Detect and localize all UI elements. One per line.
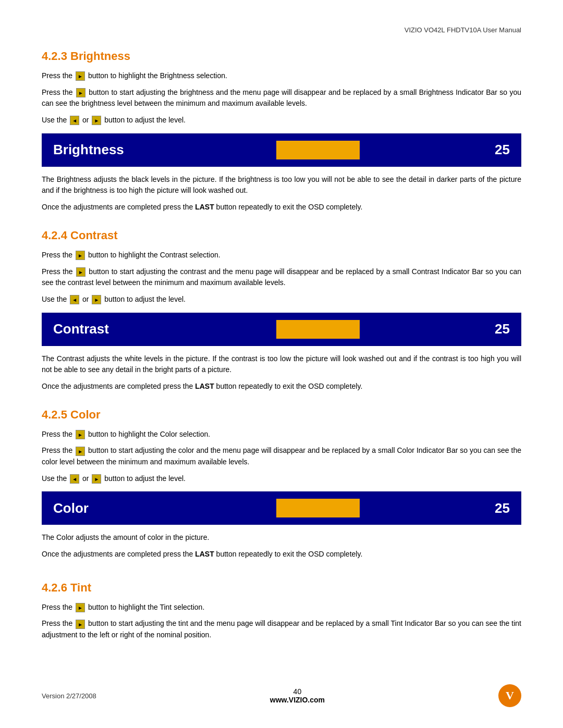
button-icon-8: ► — [92, 295, 101, 304]
brightness-indicator-value: 25 — [479, 142, 510, 158]
contrast-slider-area — [157, 320, 479, 339]
button-icon-4: ► — [92, 116, 101, 125]
page: VIZIO VO42L FHDTV10A User Manual 4.2.3 B… — [0, 0, 563, 728]
section-color: 4.2.5 Color Press the ► button to highli… — [42, 408, 521, 560]
button-icon-11: ◄ — [70, 474, 79, 484]
color-indicator-label: Color — [53, 500, 157, 516]
contrast-after-2: Once the adjustments are completed press… — [42, 381, 521, 392]
brightness-indicator-label: Brightness — [53, 142, 157, 158]
button-icon-2: ► — [76, 88, 85, 97]
contrast-indicator-label: Contrast — [53, 321, 157, 337]
footer-website: www.VIZIO.com — [270, 696, 325, 704]
tint-para-2: Press the ► button to start adjusting th… — [42, 618, 521, 640]
color-indicator-value: 25 — [479, 500, 510, 516]
section-tint: 4.2.6 Tint Press the ► button to highlig… — [42, 581, 521, 641]
footer-page-number: 40 — [293, 687, 302, 696]
color-indicator-bar: Color 25 — [42, 491, 521, 525]
button-icon-9: ► — [76, 430, 85, 439]
brightness-para-1: Press the ► button to highlight the Brig… — [42, 70, 521, 82]
color-para-3: Use the ◄ or ► button to adjust the leve… — [42, 473, 521, 485]
contrast-para-3: Use the ◄ or ► button to adjust the leve… — [42, 294, 521, 305]
brightness-after-1: The Brightness adjusts the black levels … — [42, 174, 521, 196]
brightness-para-2: Press the ► button to start adjusting th… — [42, 87, 521, 109]
header-title: VIZIO VO42L FHDTV10A User Manual — [405, 26, 521, 34]
brightness-slider-area — [157, 141, 479, 159]
section-heading-brightness: 4.2.3 Brightness — [42, 50, 521, 63]
section-heading-tint: 4.2.6 Tint — [42, 581, 521, 595]
color-slider-block — [276, 499, 360, 517]
color-after-2: Once the adjustments are completed press… — [42, 549, 521, 560]
footer-center: 40 www.VIZIO.com — [270, 687, 325, 704]
brightness-slider-block — [276, 141, 360, 159]
section-contrast: 4.2.4 Contrast Press the ► button to hig… — [42, 229, 521, 392]
section-heading-color: 4.2.5 Color — [42, 408, 521, 422]
brightness-para-3: Use the ◄ or ► button to adjust the leve… — [42, 115, 521, 126]
section-brightness: 4.2.3 Brightness Press the ► button to h… — [42, 50, 521, 213]
button-icon-12: ► — [92, 474, 101, 484]
color-para-2: Press the ► button to start adjusting th… — [42, 445, 521, 467]
brightness-indicator-bar: Brightness 25 — [42, 133, 521, 167]
contrast-indicator-value: 25 — [479, 321, 510, 337]
button-icon-10: ► — [76, 447, 85, 456]
footer-version: Version 2/27/2008 — [42, 692, 96, 700]
contrast-slider-block — [276, 320, 360, 339]
contrast-para-2: Press the ► button to start adjusting th… — [42, 266, 521, 289]
page-header: VIZIO VO42L FHDTV10A User Manual — [42, 26, 521, 34]
page-footer: Version 2/27/2008 40 www.VIZIO.com V — [42, 684, 521, 707]
color-after-1: The Color adjusts the amount of color in… — [42, 532, 521, 544]
button-icon-6: ► — [76, 267, 85, 277]
section-heading-contrast: 4.2.4 Contrast — [42, 229, 521, 242]
contrast-after-1: The Contrast adjusts the white levels in… — [42, 353, 521, 376]
vizio-logo: V — [498, 684, 521, 707]
contrast-indicator-bar: Contrast 25 — [42, 313, 521, 346]
button-icon-3: ◄ — [70, 116, 79, 125]
tint-para-1: Press the ► button to highlight the Tint… — [42, 602, 521, 613]
button-icon-5: ► — [76, 251, 85, 260]
color-slider-area — [157, 499, 479, 517]
button-icon-7: ◄ — [70, 295, 79, 304]
button-icon-1: ► — [76, 71, 85, 81]
button-icon-14: ► — [76, 620, 85, 629]
color-para-1: Press the ► button to highlight the Colo… — [42, 429, 521, 440]
brightness-after-2: Once the adjustments are completed press… — [42, 202, 521, 213]
button-icon-13: ► — [76, 603, 85, 612]
contrast-para-1: Press the ► button to highlight the Cont… — [42, 250, 521, 261]
